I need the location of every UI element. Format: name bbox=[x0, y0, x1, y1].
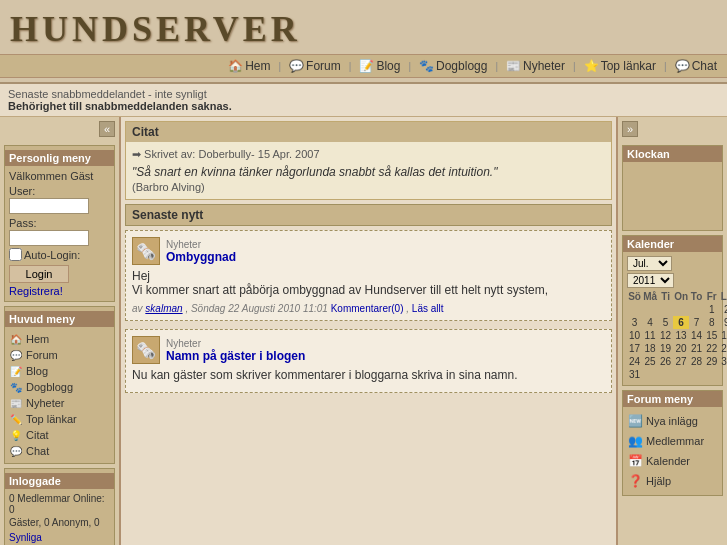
sidebar-item-nyheter[interactable]: 📰 Nyheter bbox=[9, 395, 110, 411]
nav-item-nyheter[interactable]: 📰 Nyheter bbox=[506, 59, 565, 73]
cal-header-to: To bbox=[689, 290, 704, 303]
forum-meny-section: Forum meny 🆕 Nya inlägg 👥 Medlemmar 📅 Ka… bbox=[622, 390, 723, 496]
register-link[interactable]: Registrera! bbox=[9, 285, 110, 297]
senaste-nytt-header: Senaste nytt bbox=[125, 204, 612, 226]
sidebar-item-blog[interactable]: 📝 Blog bbox=[9, 363, 110, 379]
login-button[interactable]: Login bbox=[9, 265, 69, 283]
news-author-link-1[interactable]: skalman bbox=[145, 303, 182, 314]
cal-day[interactable]: 14 bbox=[689, 329, 704, 342]
cal-day[interactable]: 16 bbox=[719, 329, 727, 342]
sidebar-label-chat: Chat bbox=[26, 445, 49, 457]
cal-week-5: 24 25 26 27 28 29 30 bbox=[627, 355, 727, 368]
news-scroll[interactable]: 🗞️ Nyheter Ombyggnad Hej Vi kommer snart… bbox=[125, 230, 612, 401]
left-sidebar: « Personlig meny Välkommen Gäst User: Pa… bbox=[0, 117, 120, 545]
cal-day[interactable]: 31 bbox=[627, 368, 642, 381]
left-nav-btn[interactable]: « bbox=[99, 121, 115, 137]
right-nav-btn[interactable]: » bbox=[622, 121, 638, 137]
cal-day[interactable]: 22 bbox=[704, 342, 719, 355]
nav-item-top-lankar[interactable]: ⭐ Top länkar bbox=[584, 59, 656, 73]
header: HUNDSERVER 🏠 Hem | 💬 Forum | 📝 Blog | 🐾 … bbox=[0, 0, 727, 84]
sidebar-label-forum: Forum bbox=[26, 349, 58, 361]
main-layout: « Personlig meny Välkommen Gäst User: Pa… bbox=[0, 117, 727, 545]
pass-input[interactable] bbox=[9, 230, 89, 246]
paw-icon: 🐾 bbox=[419, 59, 434, 73]
citat-quote: "Så snart en kvinna tänker någorlunda sn… bbox=[132, 165, 605, 179]
news-item-icon-1: 🗞️ bbox=[132, 237, 160, 265]
blog-icon: 📝 bbox=[359, 59, 374, 73]
sidebar-item-chat[interactable]: 💬 Chat bbox=[9, 443, 110, 459]
star-icon: ⭐ bbox=[584, 59, 599, 73]
calendar-year-select[interactable]: 201020112012 bbox=[627, 273, 674, 288]
cal-day[interactable]: 1 bbox=[704, 303, 719, 316]
personlig-meny-title: Personlig meny bbox=[5, 150, 114, 166]
cal-day[interactable]: 25 bbox=[642, 355, 658, 368]
citat-written-by: ➡ Skrivet av: Doberbully- 15 Apr. 2007 bbox=[132, 148, 605, 161]
sidebar-label-top-lankar: Top länkar bbox=[26, 413, 77, 425]
cal-day[interactable]: 26 bbox=[658, 355, 673, 368]
news-title-2[interactable]: Namn på gäster i blogen bbox=[166, 349, 305, 363]
cal-day[interactable]: 15 bbox=[704, 329, 719, 342]
nav-item-chat[interactable]: 💬 Chat bbox=[675, 59, 717, 73]
cal-header-ma: Må bbox=[642, 290, 658, 303]
user-input[interactable] bbox=[9, 198, 89, 214]
sidebar-item-forum[interactable]: 💬 Forum bbox=[9, 347, 110, 363]
cal-day bbox=[719, 368, 727, 381]
nav-item-blog[interactable]: 📝 Blog bbox=[359, 59, 400, 73]
citat-attribution: (Barbro Alving) bbox=[132, 181, 605, 193]
calendar-month-row: Jan.Feb.Mar.Apr. MajJun.Jul.Aug. Sep.Okt… bbox=[627, 256, 718, 271]
cal-day[interactable]: 17 bbox=[627, 342, 642, 355]
cal-day[interactable]: 24 bbox=[627, 355, 642, 368]
forum-menu-kalender[interactable]: 📅 Kalender bbox=[627, 451, 718, 471]
cal-day-today[interactable]: 6 bbox=[673, 316, 689, 329]
cal-day[interactable]: 27 bbox=[673, 355, 689, 368]
calendar-month-select[interactable]: Jan.Feb.Mar.Apr. MajJun.Jul.Aug. Sep.Okt… bbox=[627, 256, 672, 271]
cal-day[interactable]: 20 bbox=[673, 342, 689, 355]
cal-day[interactable]: 12 bbox=[658, 329, 673, 342]
sidebar-item-dogblogg[interactable]: 🐾 Dogblogg bbox=[9, 379, 110, 395]
cal-day[interactable]: 10 bbox=[627, 329, 642, 342]
cal-day[interactable]: 4 bbox=[642, 316, 658, 329]
news-footer-1: av skalman , Söndag 22 Augusti 2010 11:0… bbox=[132, 303, 605, 314]
cal-day[interactable]: 19 bbox=[658, 342, 673, 355]
synliga-link[interactable]: Synliga bbox=[9, 532, 42, 543]
autologin-checkbox[interactable] bbox=[9, 248, 22, 261]
cal-header-lo: Lö bbox=[719, 290, 727, 303]
nav-item-forum[interactable]: 💬 Forum bbox=[289, 59, 341, 73]
klockan-title: Klockan bbox=[623, 146, 722, 162]
cal-week-2: 3 4 5 6 7 8 9 bbox=[627, 316, 727, 329]
medlemmar-icon: 👥 bbox=[627, 433, 643, 449]
cal-day[interactable]: 29 bbox=[704, 355, 719, 368]
cal-day[interactable]: 2 bbox=[719, 303, 727, 316]
citat-header: Citat bbox=[126, 122, 611, 142]
blog-side-icon: 📝 bbox=[9, 364, 23, 378]
cal-day[interactable]: 7 bbox=[689, 316, 704, 329]
cal-day[interactable]: 3 bbox=[627, 316, 642, 329]
cal-day[interactable]: 13 bbox=[673, 329, 689, 342]
sidebar-item-top-lankar[interactable]: ✏️ Top länkar bbox=[9, 411, 110, 427]
news-read-all-link-1[interactable]: Läs allt bbox=[412, 303, 444, 314]
cal-day[interactable]: 5 bbox=[658, 316, 673, 329]
news-comments-link-1[interactable]: Kommentarer(0) bbox=[331, 303, 404, 314]
cal-day[interactable]: 9 bbox=[719, 316, 727, 329]
sidebar-item-citat[interactable]: 💡 Citat bbox=[9, 427, 110, 443]
forum-menu-medlemmar[interactable]: 👥 Medlemmar bbox=[627, 431, 718, 451]
nav-item-hem[interactable]: 🏠 Hem bbox=[228, 59, 270, 73]
cal-day[interactable]: 18 bbox=[642, 342, 658, 355]
forum-menu-hjalp[interactable]: ❓ Hjälp bbox=[627, 471, 718, 491]
cal-day[interactable]: 8 bbox=[704, 316, 719, 329]
news-item-ombyggnad: 🗞️ Nyheter Ombyggnad Hej Vi kommer snart… bbox=[125, 230, 612, 321]
cal-day[interactable]: 30 bbox=[719, 355, 727, 368]
nav-item-dogblogg[interactable]: 🐾 Dogblogg bbox=[419, 59, 487, 73]
cal-day[interactable]: 11 bbox=[642, 329, 658, 342]
personlig-meny-section: Personlig meny Välkommen Gäst User: Pass… bbox=[4, 145, 115, 302]
news-day-1: Söndag bbox=[191, 303, 225, 314]
news-title-1[interactable]: Ombyggnad bbox=[166, 250, 236, 264]
sidebar-item-hem[interactable]: 🏠 Hem bbox=[9, 331, 110, 347]
forum-menu-label-nya-inlagg: Nya inlägg bbox=[646, 415, 698, 427]
cal-day[interactable]: 23 bbox=[719, 342, 727, 355]
gaster-info: Gäster, 0 Anonym, 0 bbox=[9, 517, 110, 528]
forum-menu-nya-inlagg[interactable]: 🆕 Nya inlägg bbox=[627, 411, 718, 431]
cal-day[interactable]: 28 bbox=[689, 355, 704, 368]
forum-meny-title: Forum meny bbox=[623, 391, 722, 407]
cal-day[interactable]: 21 bbox=[689, 342, 704, 355]
